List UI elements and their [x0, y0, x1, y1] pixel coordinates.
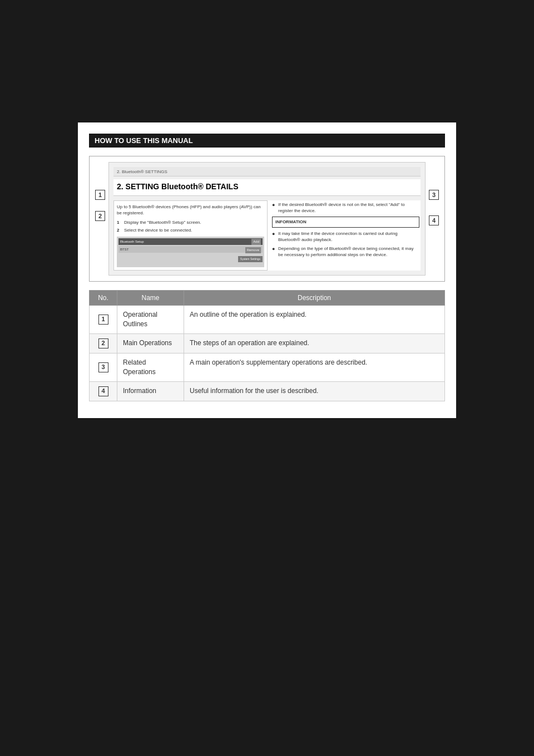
callout-4: 4 [429, 215, 439, 225]
ui-label: Bluetooth Setup [120, 239, 144, 244]
row-4-description: Useful information for the user is descr… [184, 381, 445, 401]
table-row: 4 Information Useful information for the… [90, 381, 445, 401]
table-row: 1 Operational Outlines An outline of the… [90, 306, 445, 334]
screenshot-image: 2. Bluetooth® SETTINGS 2. SETTING Blueto… [108, 162, 426, 276]
right-bullet-3: ● Depending on the type of Bluetooth® de… [272, 246, 419, 258]
right-bullet-3-text: Depending on the type of Bluetooth® devi… [278, 246, 419, 258]
right-bullet-2: ● It may take time if the device connect… [272, 230, 419, 243]
outline-text: Up to 5 Bluetooth® devices (Phones (HFP)… [117, 204, 264, 216]
screenshot-container: 1 2 2. Bluetooth® SETTINGS 2. SETTING Bl… [89, 156, 445, 282]
screenshot-body: Up to 5 Bluetooth® devices (Phones (HFP)… [113, 200, 421, 271]
step-1-row: 1 Display the "Bluetooth® Setup" screen. [117, 219, 264, 226]
screenshot-wrapper: 1 2 2. Bluetooth® SETTINGS 2. SETTING Bl… [95, 162, 439, 276]
row-2-description: The steps of an operation are explained. [184, 333, 445, 353]
number-box-1: 1 [98, 315, 108, 325]
ui-bar: Bluetooth Setup Add [118, 238, 263, 245]
ui-list-row: BTST Remove [118, 246, 263, 253]
table-header-row: No. Name Description [90, 291, 445, 306]
page-container: HOW TO USE THIS MANUAL 1 2 2. Bluetooth [0, 0, 534, 756]
step-1-text: Display the "Bluetooth® Setup" screen. [124, 219, 201, 226]
col-header-no: No. [90, 291, 117, 306]
section-header: HOW TO USE THIS MANUAL [89, 134, 445, 148]
number-box-2: 2 [98, 338, 108, 348]
col-header-description: Description [184, 291, 445, 306]
ui-add-btn: Add [251, 239, 261, 244]
row-3-no: 3 [90, 353, 117, 381]
right-bullet-1: ● If the desired Bluetooth® device is no… [272, 202, 419, 214]
table-body: 1 Operational Outlines An outline of the… [90, 306, 445, 401]
screenshot-heading-text: 2. SETTING Bluetooth® DETAILS [117, 182, 239, 191]
step-2-num: 2 [117, 227, 122, 234]
callout-1: 1 [95, 190, 105, 200]
right-bullet-1-text: If the desired Bluetooth® device is not … [278, 202, 419, 214]
row-4-no: 4 [90, 381, 117, 401]
info-box: INFORMATION [272, 217, 419, 227]
screenshot-right-panel: ● If the desired Bluetooth® device is no… [271, 200, 421, 271]
section-header-label: HOW TO USE THIS MANUAL [95, 136, 193, 145]
screenshot-steps: 1 Display the "Bluetooth® Setup" screen.… [117, 219, 264, 234]
screenshot-title-text: 2. Bluetooth® SETTINGS [117, 169, 167, 174]
info-label: INFORMATION [275, 219, 306, 224]
bullet-dot-1: ● [272, 202, 276, 209]
screenshot-heading: 2. SETTING Bluetooth® DETAILS [113, 179, 421, 196]
bullet-dot-3: ● [272, 246, 276, 253]
row-3-name: Related Operations [117, 353, 184, 381]
ui-list-item: BTST [120, 247, 128, 252]
ui-remove-btn: Remove [245, 247, 261, 253]
ui-mockup: Bluetooth Setup Add BTST [117, 237, 264, 267]
callout-left-group: 1 2 [95, 162, 108, 276]
row-1-no: 1 [90, 306, 117, 334]
callout-right-group: 3 4 [426, 162, 439, 276]
table-row: 2 Main Operations The steps of an operat… [90, 333, 445, 353]
right-bullet-2-text: It may take time if the device connectio… [278, 230, 419, 243]
row-2-name: Main Operations [117, 333, 184, 353]
table-row: 3 Related Operations A main operation's … [90, 353, 445, 381]
step-2-row: 2 Select the device to be connected. [117, 227, 264, 234]
ui-sys-settings: System Settings [118, 254, 263, 262]
step-1-num: 1 [117, 219, 122, 226]
col-header-name: Name [117, 291, 184, 306]
row-4-name: Information [117, 381, 184, 401]
callout-2: 2 [95, 211, 105, 221]
row-1-name: Operational Outlines [117, 306, 184, 334]
callout-3: 3 [429, 190, 439, 200]
number-box-4: 4 [98, 386, 108, 396]
screenshot-left-panel: Up to 5 Bluetooth® devices (Phones (HFP)… [113, 200, 268, 271]
screenshot-title-bar: 2. Bluetooth® SETTINGS [113, 167, 421, 176]
content-area: HOW TO USE THIS MANUAL 1 2 2. Bluetooth [78, 122, 456, 418]
info-table: No. Name Description 1 Operational Outli… [89, 290, 445, 401]
row-2-no: 2 [90, 333, 117, 353]
number-box-3: 3 [98, 362, 108, 372]
row-3-description: A main operation's supplementary operati… [184, 353, 445, 381]
ui-sys-btn: System Settings [238, 256, 263, 262]
row-1-description: An outline of the operation is explained… [184, 306, 445, 334]
bullet-dot-2: ● [272, 230, 276, 238]
step-2-text: Select the device to be connected. [124, 227, 192, 234]
